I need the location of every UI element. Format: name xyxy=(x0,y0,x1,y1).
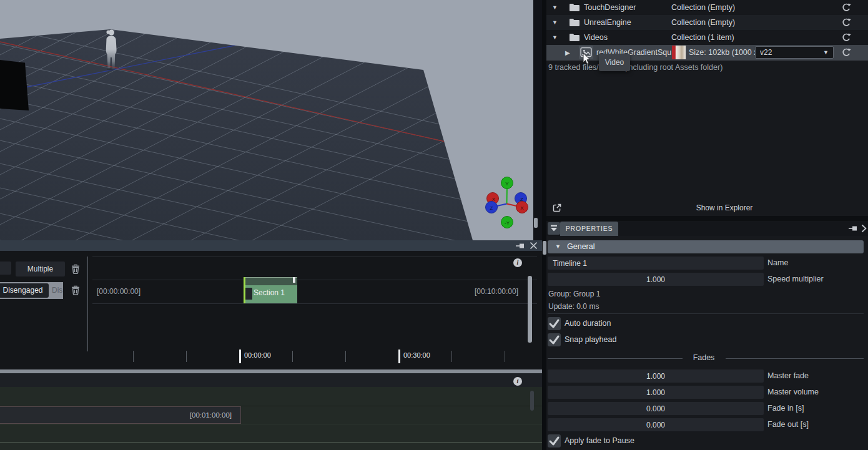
snap-playhead-checkbox[interactable] xyxy=(548,333,561,346)
chevron-right-icon[interactable] xyxy=(861,224,867,233)
ruler-tick xyxy=(345,351,346,362)
multiple-dropdown[interactable]: Multiple xyxy=(16,262,65,276)
track-line xyxy=(92,280,537,280)
chevron-down-icon: ▼ xyxy=(555,240,561,253)
general-section-title: General xyxy=(567,240,594,253)
trash-icon xyxy=(71,264,80,274)
ruler-tick xyxy=(505,351,505,362)
check-icon xyxy=(548,434,561,448)
tooltip: Video xyxy=(599,54,630,71)
timeline-start-timecode: [00:00:00:00] xyxy=(97,287,141,296)
delete-track-button[interactable] xyxy=(68,262,83,276)
asset-row-videos[interactable]: ▼ Videos Collection (1 item) xyxy=(546,30,868,45)
master-volume-input[interactable] xyxy=(548,386,764,399)
refresh-icon[interactable] xyxy=(841,2,851,12)
speed-multiplier-input[interactable] xyxy=(548,273,764,286)
viewport-scrollbar-thumb[interactable] xyxy=(534,218,538,228)
version-dropdown[interactable]: v22 ▼ xyxy=(755,46,834,59)
divider xyxy=(548,358,683,359)
asset-row-video-file[interactable]: ▶ redWhiteGradientSqu Size: 102kb (1000 … xyxy=(546,45,868,61)
chevron-down-icon[interactable]: ▼ xyxy=(552,15,558,30)
apply-fade-pause-checkbox[interactable] xyxy=(548,434,561,448)
viewport-edge-strip xyxy=(533,0,542,240)
asset-name: TouchDesigner xyxy=(584,0,636,15)
track-header-divider[interactable] xyxy=(87,257,88,351)
track-line xyxy=(0,424,542,424)
master-volume-label: Master volume xyxy=(767,386,819,399)
gizmo-z-label: Z xyxy=(490,205,493,211)
auto-duration-checkbox[interactable] xyxy=(548,317,561,330)
ruler-tick xyxy=(133,351,134,362)
refresh-icon[interactable] xyxy=(841,32,851,42)
track-field-stub[interactable] xyxy=(0,262,11,275)
timeline2-scrollbar-thumb[interactable] xyxy=(530,391,534,411)
video-preview-thumbnail xyxy=(672,46,686,59)
tracked-files-status: 9 tracked files/folders (including root … xyxy=(548,61,848,74)
master-fade-label: Master fade xyxy=(767,369,809,383)
timeline2-clip-block[interactable]: [00:01:00:00] xyxy=(0,406,241,424)
timeline2-clip-timecode: [00:01:00:00] xyxy=(0,407,240,423)
gizmo-x-label: X xyxy=(520,205,524,211)
gizmo-y-label: Y xyxy=(505,181,509,187)
section-header-strip[interactable] xyxy=(245,277,297,285)
timeline2-panel: i [00:01:00:00] xyxy=(0,373,542,450)
fade-in-label: Fade in [s] xyxy=(767,402,804,415)
timeline-info-icon[interactable]: i xyxy=(513,258,522,267)
asset-name: UnrealEngine xyxy=(584,15,631,30)
timeline-section-block[interactable]: Section 1 xyxy=(244,277,297,303)
ruler-tick xyxy=(451,351,452,362)
disengaged-button[interactable]: Disengaged xyxy=(0,283,49,298)
folder-icon xyxy=(569,3,580,12)
asset-detail: Collection (Empty) xyxy=(671,0,735,15)
panel-gap xyxy=(542,0,546,450)
section-marker xyxy=(293,277,295,283)
speed-multiplier-label: Speed multiplier xyxy=(767,273,824,286)
section-label: Section 1 xyxy=(254,288,285,297)
delete-engage-button[interactable] xyxy=(68,283,83,298)
asset-detail: Collection (1 item) xyxy=(671,30,734,45)
track-line xyxy=(0,442,542,443)
show-in-explorer-button[interactable]: Show in Explorer xyxy=(546,200,868,216)
show-in-explorer-label: Show in Explorer xyxy=(640,200,809,216)
folder-icon xyxy=(569,33,580,42)
asset-row-touchdesigner[interactable]: ▼ TouchDesigner Collection (Empty) xyxy=(546,0,868,15)
fade-out-label: Fade out [s] xyxy=(767,418,809,431)
timeline-panel-header[interactable] xyxy=(0,240,542,251)
fade-in-input[interactable] xyxy=(548,402,764,415)
refresh-icon[interactable] xyxy=(841,47,851,57)
timeline2-info-icon[interactable]: i xyxy=(513,377,522,386)
name-label: Name xyxy=(767,257,788,270)
stage-scene: Y -Y -X X Z -Z xyxy=(0,0,542,240)
apply-fade-pause-label: Apply fade to Pause xyxy=(565,434,634,448)
timeline-end-timecode: [00:10:00:00] xyxy=(445,287,518,296)
section-notch xyxy=(245,288,252,300)
collapse-all-icon xyxy=(550,224,558,233)
ruler-label-0: 00:00:00 xyxy=(244,351,271,359)
section-divider xyxy=(546,216,868,221)
viewport-3d[interactable]: Y -Y -X X Z -Z xyxy=(0,0,542,240)
refresh-icon[interactable] xyxy=(841,17,851,27)
timeline-vscrollbar-thumb[interactable] xyxy=(528,276,532,343)
external-link-icon xyxy=(552,203,562,213)
chevron-down-icon[interactable]: ▼ xyxy=(552,0,558,15)
master-fade-input[interactable] xyxy=(548,369,764,383)
close-icon[interactable] xyxy=(530,242,538,250)
projection-screen[interactable] xyxy=(0,60,29,110)
update-info: Update: 0.0 ms xyxy=(548,301,736,312)
timeline-ruler[interactable]: 00:00:00 00:30:00 xyxy=(0,346,542,366)
pin-icon[interactable] xyxy=(516,243,525,249)
play-icon[interactable]: ▶ xyxy=(565,45,570,61)
pin-icon[interactable] xyxy=(849,225,857,232)
tab-properties[interactable]: PROPERTIES xyxy=(560,222,618,236)
chevron-down-icon[interactable]: ▼ xyxy=(552,30,558,45)
fade-out-input[interactable] xyxy=(548,418,764,431)
name-input[interactable] xyxy=(548,257,764,270)
trash-icon xyxy=(71,285,80,295)
ruler-tick xyxy=(186,351,187,362)
divider xyxy=(726,358,864,359)
collapse-panel-button[interactable] xyxy=(548,222,560,235)
track-line xyxy=(92,257,537,257)
asset-row-unrealengine[interactable]: ▼ UnrealEngine Collection (Empty) xyxy=(546,15,868,30)
general-section-header[interactable]: ▼ General xyxy=(548,240,864,253)
disengaged-partial-label: Dis xyxy=(52,283,63,298)
